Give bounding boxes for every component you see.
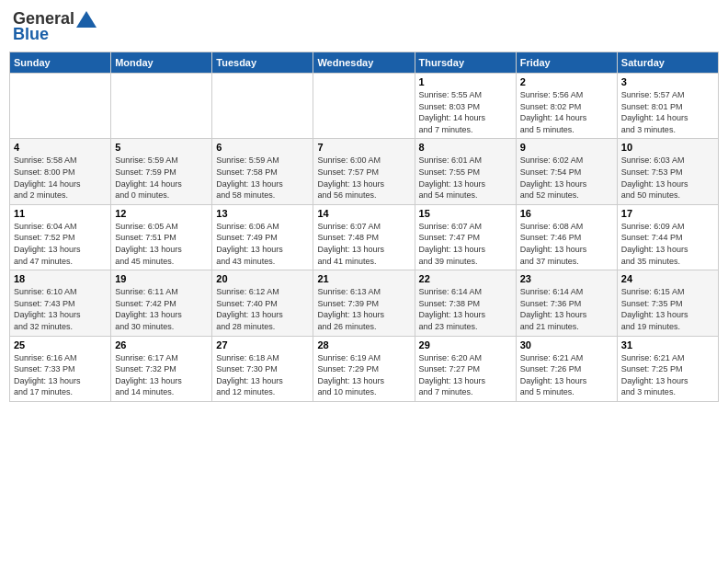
day-info: Sunrise: 5:57 AM Sunset: 8:01 PM Dayligh… xyxy=(621,89,714,135)
day-number: 4 xyxy=(14,142,107,153)
day-info: Sunrise: 6:12 AM Sunset: 7:40 PM Dayligh… xyxy=(216,286,309,332)
day-number: 6 xyxy=(216,142,309,153)
calendar-cell: 16Sunrise: 6:08 AM Sunset: 7:46 PM Dayli… xyxy=(516,204,617,270)
calendar-cell: 26Sunrise: 6:17 AM Sunset: 7:32 PM Dayli… xyxy=(111,336,212,401)
day-info: Sunrise: 6:19 AM Sunset: 7:29 PM Dayligh… xyxy=(317,352,410,398)
day-number: 13 xyxy=(216,208,309,219)
day-info: Sunrise: 6:00 AM Sunset: 7:57 PM Dayligh… xyxy=(317,155,410,201)
calendar-cell: 7Sunrise: 6:00 AM Sunset: 7:57 PM Daylig… xyxy=(313,139,415,204)
calendar-week-row: 18Sunrise: 6:10 AM Sunset: 7:43 PM Dayli… xyxy=(10,270,719,336)
calendar-cell xyxy=(212,74,313,139)
day-info: Sunrise: 6:15 AM Sunset: 7:35 PM Dayligh… xyxy=(621,286,714,332)
day-number: 7 xyxy=(317,142,410,153)
calendar-cell: 8Sunrise: 6:01 AM Sunset: 7:55 PM Daylig… xyxy=(415,139,516,204)
day-number: 16 xyxy=(520,208,613,219)
column-header-monday: Monday xyxy=(111,52,212,74)
calendar-cell xyxy=(313,74,415,139)
logo: General Blue xyxy=(13,9,97,44)
column-header-thursday: Thursday xyxy=(415,52,516,74)
day-number: 18 xyxy=(14,273,107,284)
calendar-week-row: 1Sunrise: 5:55 AM Sunset: 8:03 PM Daylig… xyxy=(10,74,719,139)
calendar-cell: 17Sunrise: 6:09 AM Sunset: 7:44 PM Dayli… xyxy=(617,204,718,270)
day-info: Sunrise: 6:07 AM Sunset: 7:48 PM Dayligh… xyxy=(317,221,410,267)
calendar-header-row: SundayMondayTuesdayWednesdayThursdayFrid… xyxy=(10,52,719,74)
calendar-cell: 9Sunrise: 6:02 AM Sunset: 7:54 PM Daylig… xyxy=(516,139,617,204)
day-info: Sunrise: 5:56 AM Sunset: 8:02 PM Dayligh… xyxy=(520,89,613,135)
day-info: Sunrise: 6:08 AM Sunset: 7:46 PM Dayligh… xyxy=(520,221,613,267)
day-number: 31 xyxy=(621,339,714,350)
calendar-cell xyxy=(10,74,111,139)
day-number: 2 xyxy=(520,76,613,87)
column-header-sunday: Sunday xyxy=(10,52,111,74)
calendar-cell: 14Sunrise: 6:07 AM Sunset: 7:48 PM Dayli… xyxy=(313,204,415,270)
day-number: 17 xyxy=(621,208,714,219)
day-info: Sunrise: 6:11 AM Sunset: 7:42 PM Dayligh… xyxy=(115,286,208,332)
column-header-tuesday: Tuesday xyxy=(212,52,313,74)
day-info: Sunrise: 6:01 AM Sunset: 7:55 PM Dayligh… xyxy=(419,155,512,201)
day-info: Sunrise: 6:21 AM Sunset: 7:26 PM Dayligh… xyxy=(520,352,613,398)
calendar-cell: 6Sunrise: 5:59 AM Sunset: 7:58 PM Daylig… xyxy=(212,139,313,204)
day-info: Sunrise: 6:21 AM Sunset: 7:25 PM Dayligh… xyxy=(621,352,714,398)
calendar-cell: 21Sunrise: 6:13 AM Sunset: 7:39 PM Dayli… xyxy=(313,270,415,336)
day-number: 3 xyxy=(621,76,714,87)
logo-icon xyxy=(76,11,97,28)
calendar-cell: 25Sunrise: 6:16 AM Sunset: 7:33 PM Dayli… xyxy=(10,336,111,401)
calendar-cell: 22Sunrise: 6:14 AM Sunset: 7:38 PM Dayli… xyxy=(415,270,516,336)
day-number: 11 xyxy=(14,208,107,219)
calendar-cell: 29Sunrise: 6:20 AM Sunset: 7:27 PM Dayli… xyxy=(415,336,516,401)
day-number: 30 xyxy=(520,339,613,350)
day-info: Sunrise: 6:05 AM Sunset: 7:51 PM Dayligh… xyxy=(115,221,208,267)
day-info: Sunrise: 6:13 AM Sunset: 7:39 PM Dayligh… xyxy=(317,286,410,332)
calendar-cell: 19Sunrise: 6:11 AM Sunset: 7:42 PM Dayli… xyxy=(111,270,212,336)
calendar-cell: 2Sunrise: 5:56 AM Sunset: 8:02 PM Daylig… xyxy=(516,74,617,139)
day-info: Sunrise: 6:20 AM Sunset: 7:27 PM Dayligh… xyxy=(419,352,512,398)
column-header-friday: Friday xyxy=(516,52,617,74)
day-number: 8 xyxy=(419,142,512,153)
day-info: Sunrise: 6:02 AM Sunset: 7:54 PM Dayligh… xyxy=(520,155,613,201)
day-info: Sunrise: 6:18 AM Sunset: 7:30 PM Dayligh… xyxy=(216,352,309,398)
calendar-cell: 30Sunrise: 6:21 AM Sunset: 7:26 PM Dayli… xyxy=(516,336,617,401)
calendar-cell: 11Sunrise: 6:04 AM Sunset: 7:52 PM Dayli… xyxy=(10,204,111,270)
day-info: Sunrise: 5:58 AM Sunset: 8:00 PM Dayligh… xyxy=(14,155,107,201)
day-number: 23 xyxy=(520,273,613,284)
calendar-cell: 20Sunrise: 6:12 AM Sunset: 7:40 PM Dayli… xyxy=(212,270,313,336)
day-info: Sunrise: 6:10 AM Sunset: 7:43 PM Dayligh… xyxy=(14,286,107,332)
calendar-cell: 12Sunrise: 6:05 AM Sunset: 7:51 PM Dayli… xyxy=(111,204,212,270)
calendar-cell: 15Sunrise: 6:07 AM Sunset: 7:47 PM Dayli… xyxy=(415,204,516,270)
day-number: 21 xyxy=(317,273,410,284)
calendar-cell: 23Sunrise: 6:14 AM Sunset: 7:36 PM Dayli… xyxy=(516,270,617,336)
day-number: 24 xyxy=(621,273,714,284)
day-number: 15 xyxy=(419,208,512,219)
day-number: 27 xyxy=(216,339,309,350)
day-info: Sunrise: 6:09 AM Sunset: 7:44 PM Dayligh… xyxy=(621,221,714,267)
day-number: 1 xyxy=(419,76,512,87)
day-number: 14 xyxy=(317,208,410,219)
logo-blue-text: Blue xyxy=(13,25,49,44)
calendar-week-row: 4Sunrise: 5:58 AM Sunset: 8:00 PM Daylig… xyxy=(10,139,719,204)
day-number: 20 xyxy=(216,273,309,284)
calendar-cell xyxy=(111,74,212,139)
day-info: Sunrise: 6:14 AM Sunset: 7:38 PM Dayligh… xyxy=(419,286,512,332)
column-header-saturday: Saturday xyxy=(617,52,718,74)
calendar-cell: 3Sunrise: 5:57 AM Sunset: 8:01 PM Daylig… xyxy=(617,74,718,139)
calendar-cell: 4Sunrise: 5:58 AM Sunset: 8:00 PM Daylig… xyxy=(10,139,111,204)
day-info: Sunrise: 5:59 AM Sunset: 7:59 PM Dayligh… xyxy=(115,155,208,201)
day-info: Sunrise: 6:03 AM Sunset: 7:53 PM Dayligh… xyxy=(621,155,714,201)
calendar-cell: 13Sunrise: 6:06 AM Sunset: 7:49 PM Dayli… xyxy=(212,204,313,270)
day-info: Sunrise: 6:16 AM Sunset: 7:33 PM Dayligh… xyxy=(14,352,107,398)
calendar-cell: 1Sunrise: 5:55 AM Sunset: 8:03 PM Daylig… xyxy=(415,74,516,139)
calendar-cell: 5Sunrise: 5:59 AM Sunset: 7:59 PM Daylig… xyxy=(111,139,212,204)
day-number: 29 xyxy=(419,339,512,350)
day-number: 25 xyxy=(14,339,107,350)
calendar-table: SundayMondayTuesdayWednesdayThursdayFrid… xyxy=(9,52,719,402)
day-info: Sunrise: 5:59 AM Sunset: 7:58 PM Dayligh… xyxy=(216,155,309,201)
day-info: Sunrise: 6:14 AM Sunset: 7:36 PM Dayligh… xyxy=(520,286,613,332)
day-info: Sunrise: 6:04 AM Sunset: 7:52 PM Dayligh… xyxy=(14,221,107,267)
day-number: 28 xyxy=(317,339,410,350)
day-number: 12 xyxy=(115,208,208,219)
calendar-body: 1Sunrise: 5:55 AM Sunset: 8:03 PM Daylig… xyxy=(10,74,719,402)
day-number: 19 xyxy=(115,273,208,284)
day-info: Sunrise: 6:07 AM Sunset: 7:47 PM Dayligh… xyxy=(419,221,512,267)
calendar-week-row: 11Sunrise: 6:04 AM Sunset: 7:52 PM Dayli… xyxy=(10,204,719,270)
day-info: Sunrise: 6:17 AM Sunset: 7:32 PM Dayligh… xyxy=(115,352,208,398)
